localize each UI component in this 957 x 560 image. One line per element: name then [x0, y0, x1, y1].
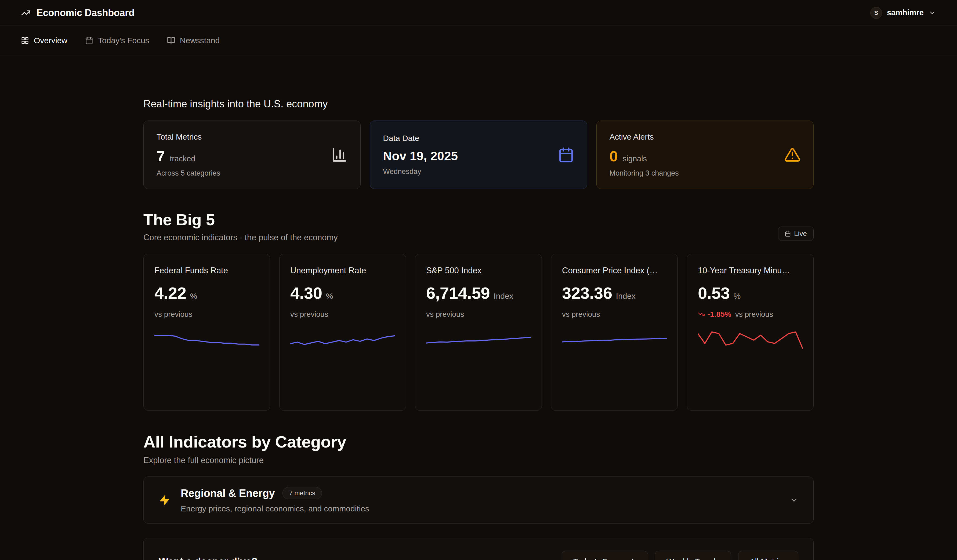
arrow-right-icon	[629, 558, 636, 560]
metric-unit: %	[190, 292, 197, 301]
category-metrics-badge: 7 metrics	[283, 487, 322, 499]
metric-title: Unemployment Rate	[290, 266, 395, 275]
metric-unit: %	[734, 292, 741, 301]
username: samhimre	[887, 8, 924, 17]
active-alerts-value-row: 0 signals	[610, 147, 679, 165]
metric-unit: %	[326, 292, 333, 301]
metric-value: 0.53	[698, 284, 730, 303]
data-date-value: Nov 19, 2025	[383, 149, 458, 163]
category-title-row: Regional & Energy 7 metrics	[181, 487, 780, 499]
metric-value: 4.22	[155, 284, 186, 303]
chevron-down-icon[interactable]	[790, 496, 798, 505]
negative-change: -1.85%	[698, 310, 731, 319]
total-metrics-card: Total Metrics 7 tracked Across 5 categor…	[144, 120, 361, 189]
total-metrics-value-row: 7 tracked	[156, 147, 220, 165]
metric-value-row: 4.30 %	[290, 284, 395, 303]
big5-title: The Big 5	[144, 210, 338, 229]
book-open-icon	[167, 36, 175, 44]
vs-previous-label: vs previous	[155, 310, 193, 319]
all-metrics-button-label: All Metrics	[750, 557, 787, 560]
tab-newsstand[interactable]: Newsstand	[167, 36, 220, 45]
metric-title: Consumer Price Index (…	[562, 266, 667, 275]
alert-triangle-icon	[784, 147, 801, 163]
change-value: -1.85%	[707, 310, 731, 319]
todays-focus-button[interactable]: Today's Focus	[562, 551, 648, 560]
metric-change-row: vs previous	[426, 310, 531, 319]
deeper-dive-title: Want a deeper dive?	[159, 556, 257, 560]
categories-subtitle: Explore the full economic picture	[144, 456, 813, 465]
total-metrics-title: Total Metrics	[156, 133, 220, 142]
vs-previous-label: vs previous	[562, 310, 600, 319]
bar-chart-icon	[332, 147, 347, 163]
tab-overview-label: Overview	[34, 36, 67, 45]
sparkline	[155, 330, 259, 350]
tab-todays-focus[interactable]: Today's Focus	[85, 36, 149, 45]
big5-headings: The Big 5 Core economic indicators - the…	[144, 210, 338, 243]
metric-card-federal-funds-rate[interactable]: Federal Funds Rate 4.22 % vs previous	[144, 254, 270, 411]
cta-buttons: Today's Focus Weekly Trends All Metrics	[562, 551, 798, 560]
vs-previous-label: vs previous	[735, 310, 773, 319]
active-alerts-text: Active Alerts 0 signals Monitoring 3 cha…	[610, 133, 679, 177]
live-badge-label: Live	[794, 230, 807, 238]
metric-value-row: 6,714.59 Index	[426, 284, 531, 303]
metric-value-row: 323.36 Index	[562, 284, 667, 303]
total-metrics-unit: tracked	[170, 155, 195, 163]
vs-previous-label: vs previous	[290, 310, 328, 319]
trending-down-icon	[698, 311, 705, 318]
big5-grid: Federal Funds Rate 4.22 % vs previous Un…	[144, 254, 813, 411]
calendar-small-icon	[785, 231, 791, 237]
metric-card-sp500[interactable]: S&P 500 Index 6,714.59 Index vs previous	[415, 254, 542, 411]
metric-title: Federal Funds Rate	[155, 266, 259, 275]
chevron-down-icon	[929, 9, 936, 17]
metric-value: 323.36	[562, 284, 612, 303]
sparkline	[426, 330, 531, 350]
category-description: Energy prices, regional economics, and c…	[181, 504, 780, 513]
avatar: S	[870, 7, 882, 19]
metric-change-row: vs previous	[562, 310, 667, 319]
app-header: Economic Dashboard S samhimre	[0, 0, 957, 26]
weekly-trends-button[interactable]: Weekly Trends	[655, 551, 731, 560]
data-date-value-row: Nov 19, 2025	[383, 149, 458, 163]
categories-title: All Indicators by Category	[144, 432, 813, 451]
metric-value-row: 4.22 %	[155, 284, 259, 303]
metric-title: 10-Year Treasury Minu…	[698, 266, 802, 275]
metric-value: 4.30	[290, 284, 322, 303]
metric-card-cpi[interactable]: Consumer Price Index (… 323.36 Index vs …	[551, 254, 678, 411]
active-alerts-value: 0	[610, 147, 618, 165]
active-alerts-sub: Monitoring 3 changes	[610, 169, 679, 177]
weekly-trends-button-label: Weekly Trends	[666, 557, 720, 560]
data-date-text: Data Date Nov 19, 2025 Wednesday	[383, 134, 458, 176]
total-metrics-text: Total Metrics 7 tracked Across 5 categor…	[156, 133, 220, 177]
todays-focus-button-label: Today's Focus	[573, 557, 625, 560]
metric-card-10y-treasury[interactable]: 10-Year Treasury Minu… 0.53 % -1.85% vs …	[687, 254, 813, 411]
all-metrics-button[interactable]: All Metrics	[738, 551, 798, 560]
main-content: Real-time insights into the U.S. economy…	[144, 98, 813, 560]
main-nav: Overview Today's Focus Newsstand	[0, 26, 957, 55]
category-name: Regional & Energy	[181, 487, 275, 499]
calendar-icon	[558, 147, 574, 163]
metric-value: 6,714.59	[426, 284, 490, 303]
category-regional-energy[interactable]: Regional & Energy 7 metrics Energy price…	[144, 476, 813, 524]
sparkline	[562, 330, 667, 350]
metric-change-row: -1.85% vs previous	[698, 310, 802, 319]
total-metrics-sub: Across 5 categories	[156, 169, 220, 177]
active-alerts-title: Active Alerts	[610, 133, 679, 142]
metric-change-row: vs previous	[155, 310, 259, 319]
user-menu[interactable]: S samhimre	[870, 7, 936, 19]
tab-newsstand-label: Newsstand	[180, 36, 220, 45]
live-badge[interactable]: Live	[778, 227, 813, 241]
big5-section-head: The Big 5 Core economic indicators - the…	[144, 210, 813, 243]
zap-icon	[159, 494, 171, 506]
big5-subtitle: Core economic indicators - the pulse of …	[144, 233, 338, 243]
metric-card-unemployment-rate[interactable]: Unemployment Rate 4.30 % vs previous	[279, 254, 406, 411]
sparkline	[698, 330, 802, 350]
grid-icon	[21, 36, 29, 44]
metric-change-row: vs previous	[290, 310, 395, 319]
sparkline	[290, 330, 395, 350]
category-text: Regional & Energy 7 metrics Energy price…	[181, 487, 780, 513]
summary-stats: Total Metrics 7 tracked Across 5 categor…	[144, 120, 813, 189]
data-date-title: Data Date	[383, 134, 458, 143]
total-metrics-value: 7	[156, 147, 165, 165]
data-date-sub: Wednesday	[383, 167, 458, 176]
tab-overview[interactable]: Overview	[21, 36, 67, 45]
